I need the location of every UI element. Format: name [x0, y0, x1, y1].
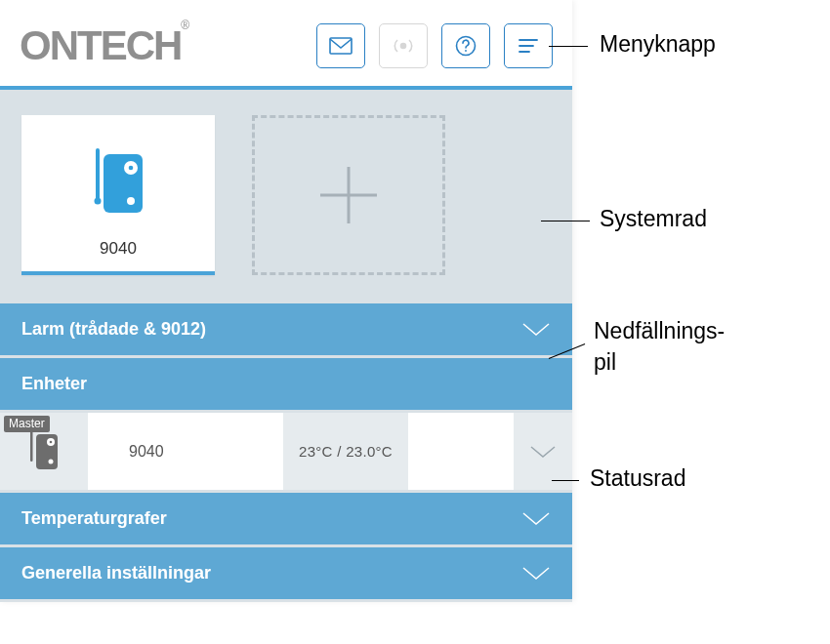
svg-rect-7	[104, 154, 143, 213]
broadcast-button[interactable]	[379, 23, 428, 68]
svg-rect-11	[96, 148, 100, 201]
chevron-down-icon	[521, 322, 551, 338]
add-device-card[interactable]	[252, 115, 445, 275]
chevron-down-icon	[521, 511, 551, 527]
section-temperaturgrafer[interactable]: Temperaturgrafer	[0, 490, 572, 544]
section-enheter-label: Enheter	[21, 374, 87, 394]
section-larm[interactable]: Larm (trådade & 9012)	[0, 301, 572, 355]
device-mini-icon	[26, 428, 62, 475]
svg-point-3	[465, 50, 467, 52]
status-temperature: 23°C / 23.0°C	[283, 413, 408, 490]
section-generella[interactable]: Generella inställningar	[0, 544, 572, 602]
brand-text: ONTECH	[20, 22, 181, 68]
brand-logo: ONTECH®	[20, 25, 199, 66]
section-larm-label: Larm (trådade & 9012)	[21, 319, 206, 340]
trademark-symbol: ®	[181, 19, 189, 32]
device-card-9040[interactable]: 9040	[21, 115, 215, 275]
section-generella-label: Generella inställningar	[21, 563, 211, 584]
status-spacer	[408, 413, 514, 490]
status-device-name: 9040	[88, 413, 283, 490]
help-button[interactable]	[441, 23, 490, 68]
svg-point-12	[95, 198, 102, 205]
svg-rect-0	[330, 38, 352, 54]
broadcast-icon	[391, 36, 416, 56]
anno-menu-button: Menyknapp	[600, 31, 716, 58]
anno-status-row: Statusrad	[590, 465, 685, 492]
svg-rect-13	[36, 434, 58, 469]
menu-icon	[518, 38, 539, 54]
anno-dropdown-arrow-2: pil	[594, 349, 616, 376]
menu-button[interactable]	[504, 23, 553, 68]
svg-point-16	[49, 459, 54, 463]
status-device-icon-cell: Master	[0, 413, 88, 490]
master-badge: Master	[4, 416, 50, 432]
section-enheter[interactable]: Enheter	[0, 355, 572, 410]
system-row: 9040	[0, 90, 572, 301]
svg-rect-17	[30, 430, 33, 462]
anno-system-row: Systemrad	[600, 206, 707, 232]
svg-point-10	[127, 197, 135, 205]
app-frame: ONTECH®	[0, 0, 572, 602]
svg-point-15	[50, 440, 53, 443]
status-row: Master 9040 23°C / 23.0°C	[0, 410, 572, 490]
device-card-label: 9040	[100, 239, 137, 259]
section-temperaturgrafer-label: Temperaturgrafer	[21, 508, 167, 529]
anno-dropdown-arrow-1: Nedfällnings-	[594, 318, 725, 344]
app-header: ONTECH®	[0, 0, 572, 86]
plus-icon	[320, 167, 377, 223]
envelope-icon	[329, 37, 353, 55]
svg-point-9	[129, 166, 134, 171]
svg-point-1	[401, 44, 406, 49]
device-icon	[84, 141, 152, 229]
chevron-down-icon	[521, 566, 551, 582]
status-expand-button[interactable]	[514, 413, 572, 490]
help-icon	[455, 35, 477, 57]
chevron-down-icon	[529, 445, 557, 459]
messages-button[interactable]	[316, 23, 365, 68]
